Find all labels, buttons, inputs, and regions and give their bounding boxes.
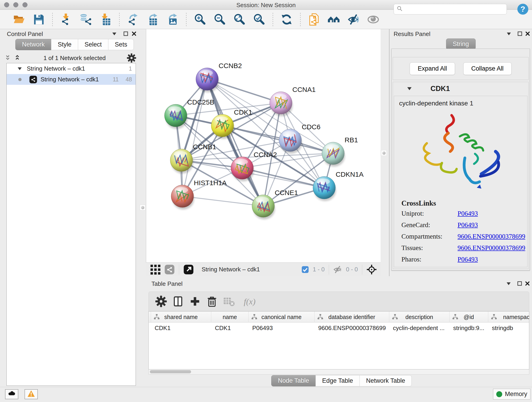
column-header-name[interactable]: name bbox=[211, 312, 249, 322]
zoom-fit-icon[interactable] bbox=[233, 13, 246, 26]
cloud-status-button[interactable] bbox=[5, 389, 18, 399]
crosslink-link[interactable]: 9606.ENSP00000378699 bbox=[457, 244, 525, 252]
table-cell[interactable]: P06493 bbox=[249, 322, 315, 333]
table-cell[interactable]: 9606.ENSP00000378699 bbox=[315, 322, 389, 333]
tab-style[interactable]: Style bbox=[51, 39, 78, 50]
network-node-count: 11 bbox=[113, 76, 119, 83]
status-bar: Memory bbox=[0, 387, 532, 402]
node-table[interactable]: shared namenamecanonical namedatabase id… bbox=[148, 311, 529, 370]
scrollbar-thumb[interactable] bbox=[150, 370, 191, 373]
open-session-icon[interactable] bbox=[12, 13, 26, 26]
string-labels-off-icon[interactable] bbox=[347, 13, 360, 26]
control-panel-collapse-icon[interactable] bbox=[111, 31, 117, 37]
collection-expander-icon[interactable] bbox=[17, 66, 23, 72]
control-panel-float-icon[interactable] bbox=[123, 31, 129, 37]
string-home-icon[interactable] bbox=[327, 13, 341, 26]
svg-text:CCNB1: CCNB1 bbox=[193, 143, 216, 151]
column-header-database-identifier[interactable]: database identifier bbox=[315, 312, 389, 322]
network-options-gear-icon[interactable] bbox=[127, 53, 136, 63]
column-header--id[interactable]: @id bbox=[450, 312, 488, 322]
share-network-icon[interactable] bbox=[164, 264, 175, 275]
crosslink-link[interactable]: P06493 bbox=[457, 210, 478, 217]
network-canvas[interactable]: CCNB2CCNA1CDC25BCDK1CDC6RB1CCNB1CCNA2CDK… bbox=[146, 29, 380, 262]
tab-string[interactable]: String bbox=[446, 38, 476, 50]
cdk1-section-header[interactable]: CDK1 bbox=[393, 82, 528, 95]
crosslink-link[interactable]: P06493 bbox=[457, 221, 478, 229]
birdseye-icon[interactable] bbox=[366, 264, 377, 275]
expand-all-button[interactable]: Expand All bbox=[410, 62, 455, 75]
crosslink-link[interactable]: 9606.ENSP00000378699 bbox=[457, 233, 525, 240]
network-graph[interactable]: CCNB2CCNA1CDC25BCDK1CDC6RB1CCNB1CCNA2CDK… bbox=[146, 29, 381, 262]
table-row[interactable]: CDK1CDK1P064939606.ENSP00000378699cyclin… bbox=[149, 322, 529, 333]
column-header-shared-name[interactable]: shared name bbox=[151, 312, 211, 322]
network-collection-row[interactable]: String Network – cdk1 1 bbox=[7, 63, 136, 74]
search-input[interactable] bbox=[405, 6, 504, 13]
control-panel-title: Control Panel bbox=[7, 31, 43, 38]
export-table-icon[interactable] bbox=[146, 13, 159, 26]
refresh-icon[interactable] bbox=[280, 13, 293, 26]
import-network-file-icon[interactable] bbox=[60, 13, 73, 26]
column-header-canonical-name[interactable]: canonical name bbox=[249, 312, 315, 322]
warning-icon bbox=[27, 390, 35, 399]
control-panel-close-icon[interactable] bbox=[131, 31, 137, 37]
add-column-icon[interactable] bbox=[189, 295, 201, 307]
table-header-row: shared namenamecanonical namedatabase id… bbox=[149, 312, 529, 322]
warnings-button[interactable] bbox=[25, 389, 38, 399]
expand-all-icon[interactable] bbox=[14, 54, 22, 62]
tab-select[interactable]: Select bbox=[78, 39, 108, 50]
import-table-file-icon[interactable] bbox=[99, 13, 112, 26]
zoom-in-icon[interactable] bbox=[193, 13, 207, 26]
control-panel-tabs: NetworkStyleSelectSets bbox=[16, 39, 134, 50]
table-panel-float-icon[interactable] bbox=[517, 281, 523, 287]
grid-view-icon[interactable] bbox=[150, 264, 161, 275]
table-cell[interactable]: CDK1 bbox=[151, 322, 211, 333]
application-window: Session: New Session ? Control Panel Net… bbox=[0, 0, 532, 402]
column-header-description[interactable]: description bbox=[389, 312, 450, 322]
tab-network-table[interactable]: Network Table bbox=[360, 375, 412, 386]
crosslink-link[interactable]: P06493 bbox=[457, 255, 478, 263]
save-session-icon[interactable] bbox=[32, 13, 45, 26]
search-box[interactable] bbox=[394, 4, 507, 14]
import-network-database-icon[interactable] bbox=[79, 13, 93, 26]
help-button[interactable]: ? bbox=[517, 3, 529, 15]
export-network-icon[interactable] bbox=[127, 13, 140, 26]
table-cell[interactable]: cyclin-dependent ... bbox=[389, 322, 450, 333]
open-in-browser-icon[interactable] bbox=[183, 264, 194, 275]
section-expander-icon[interactable] bbox=[406, 85, 413, 92]
zoom-selected-icon[interactable] bbox=[253, 13, 266, 26]
string-glass-icon[interactable] bbox=[367, 13, 380, 26]
tab-edge-table[interactable]: Edge Table bbox=[316, 375, 360, 386]
hidden-eye-icon bbox=[333, 265, 342, 274]
export-image-icon[interactable] bbox=[166, 13, 179, 26]
table-cell[interactable]: stringdb bbox=[488, 322, 529, 333]
string-results-container: Expand All Collapse All CDK1 cyclin-depe… bbox=[391, 49, 530, 270]
selected-checkbox-icon[interactable] bbox=[301, 266, 309, 274]
results-panel-close-icon[interactable] bbox=[525, 31, 531, 37]
string-import-icon[interactable] bbox=[307, 13, 321, 26]
memory-button[interactable]: Memory bbox=[493, 389, 530, 400]
collapse-all-icon[interactable] bbox=[5, 54, 13, 62]
svg-text:?: ? bbox=[520, 5, 525, 13]
table-cell[interactable]: CDK1 bbox=[211, 322, 249, 333]
tab-network[interactable]: Network bbox=[15, 39, 51, 50]
table-panel-collapse-icon[interactable] bbox=[506, 281, 512, 287]
table-cell[interactable]: stringdb:9... bbox=[450, 322, 488, 333]
tab-sets[interactable]: Sets bbox=[108, 39, 134, 50]
svg-text:CCNA1: CCNA1 bbox=[292, 86, 316, 93]
column-header-namespace[interactable]: namespace bbox=[488, 312, 529, 322]
network-row[interactable]: String Network – cdk1 11 48 bbox=[7, 74, 136, 85]
svg-text:CDC25B: CDC25B bbox=[187, 98, 214, 106]
zoom-out-icon[interactable] bbox=[213, 13, 226, 26]
section-title: CDK1 bbox=[431, 85, 450, 93]
delete-column-icon[interactable] bbox=[206, 295, 218, 307]
results-panel-float-icon[interactable] bbox=[517, 31, 523, 37]
right-splitter-handle[interactable] bbox=[381, 150, 387, 156]
table-settings-gear-icon[interactable] bbox=[155, 295, 167, 307]
show-columns-icon[interactable] bbox=[172, 295, 184, 307]
tab-node-table[interactable]: Node Table bbox=[271, 375, 316, 386]
table-panel-close-icon[interactable] bbox=[525, 281, 530, 287]
table-horizontal-scrollbar[interactable] bbox=[148, 370, 529, 375]
left-splitter-handle[interactable] bbox=[140, 205, 146, 211]
collapse-all-button[interactable]: Collapse All bbox=[463, 62, 512, 75]
results-panel-collapse-icon[interactable] bbox=[506, 31, 512, 37]
